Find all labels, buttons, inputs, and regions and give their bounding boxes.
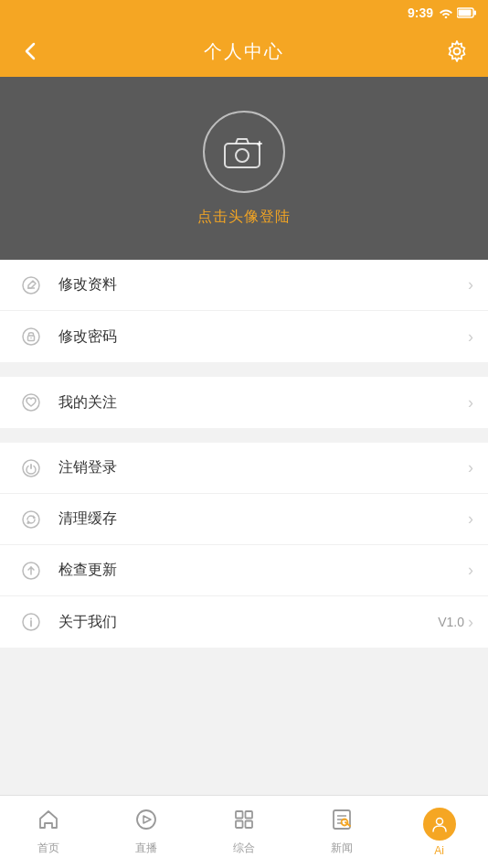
nav-item-live[interactable]: 直播 bbox=[98, 796, 196, 868]
arrow-check-update: › bbox=[468, 561, 473, 580]
menu-item-about-us[interactable]: 关于我们 V1.0 › bbox=[0, 596, 488, 648]
menu-item-check-update[interactable]: 检查更新 › bbox=[0, 545, 488, 596]
arrow-about-us: › bbox=[468, 613, 473, 632]
bottom-spacer bbox=[0, 662, 488, 680]
arrow-change-password: › bbox=[468, 327, 473, 347]
info-icon bbox=[15, 605, 48, 638]
upload-icon bbox=[15, 554, 48, 587]
home-nav-label: 首页 bbox=[37, 841, 59, 856]
nav-item-home[interactable]: 首页 bbox=[0, 796, 98, 868]
change-password-label: 修改密码 bbox=[58, 327, 468, 347]
camera-icon bbox=[223, 134, 265, 169]
about-us-version: V1.0 bbox=[438, 615, 464, 629]
login-prompt: 点击头像登陆 bbox=[197, 208, 291, 227]
svg-rect-24 bbox=[245, 811, 252, 819]
menu-item-clear-cache[interactable]: 清理缓存 › bbox=[0, 494, 488, 545]
gear-icon bbox=[445, 39, 469, 63]
page-title: 个人中心 bbox=[204, 39, 284, 64]
edit-profile-label: 修改资料 bbox=[58, 275, 468, 295]
home-nav-icon bbox=[37, 808, 60, 837]
svg-point-13 bbox=[23, 394, 39, 411]
wifi-icon bbox=[439, 7, 453, 18]
svg-rect-2 bbox=[474, 11, 477, 16]
camera-icon-container bbox=[223, 134, 265, 169]
svg-point-9 bbox=[23, 277, 39, 294]
power-icon bbox=[15, 452, 48, 485]
menu-section-3: 注销登录 › 清理缓存 › bbox=[0, 443, 488, 648]
header: 个人中心 bbox=[0, 26, 488, 77]
svg-point-10 bbox=[23, 328, 39, 345]
about-us-label: 关于我们 bbox=[58, 613, 438, 632]
svg-point-21 bbox=[137, 810, 155, 829]
svg-rect-23 bbox=[236, 811, 243, 819]
main-content: 修改资料 › 修改密码 › bbox=[0, 260, 488, 868]
composite-nav-icon bbox=[232, 808, 256, 837]
battery-icon bbox=[457, 7, 477, 18]
arrow-my-follows: › bbox=[468, 393, 473, 413]
nav-item-personal[interactable]: Ai bbox=[390, 796, 488, 868]
live-nav-label: 直播 bbox=[135, 841, 157, 856]
arrow-clear-cache: › bbox=[468, 509, 473, 529]
back-button[interactable] bbox=[15, 35, 48, 68]
status-time: 9:39 bbox=[408, 5, 433, 20]
news-nav-icon bbox=[330, 808, 354, 837]
nav-item-composite[interactable]: 综合 bbox=[196, 796, 293, 868]
svg-rect-26 bbox=[245, 821, 252, 829]
svg-point-12 bbox=[30, 338, 32, 339]
personal-nav-icon bbox=[423, 808, 456, 841]
news-nav-label: 新闻 bbox=[331, 841, 353, 856]
svg-point-32 bbox=[436, 818, 442, 824]
bottom-nav: 首页 直播 综合 bbox=[0, 795, 488, 868]
menu-item-my-follows[interactable]: 我的关注 › bbox=[0, 377, 488, 428]
gap-2 bbox=[0, 435, 488, 443]
gap-1 bbox=[0, 370, 488, 377]
svg-point-4 bbox=[454, 48, 461, 55]
nav-item-news[interactable]: 新闻 bbox=[292, 796, 390, 868]
back-icon bbox=[20, 40, 42, 62]
svg-point-15 bbox=[23, 511, 39, 528]
svg-rect-25 bbox=[236, 821, 243, 829]
personal-nav-label: Ai bbox=[434, 844, 444, 857]
edit-icon bbox=[15, 269, 48, 302]
personal-avatar bbox=[423, 808, 456, 841]
svg-rect-5 bbox=[225, 144, 260, 167]
status-icons bbox=[439, 7, 477, 18]
clear-cache-label: 清理缓存 bbox=[58, 509, 468, 529]
menu-section-1: 修改资料 › 修改密码 › bbox=[0, 260, 488, 362]
menu-item-logout[interactable]: 注销登录 › bbox=[0, 443, 488, 494]
menu-item-edit-profile[interactable]: 修改资料 › bbox=[0, 260, 488, 311]
svg-point-19 bbox=[30, 618, 32, 620]
check-update-label: 检查更新 bbox=[58, 561, 468, 580]
heart-icon bbox=[15, 386, 48, 419]
arrow-logout: › bbox=[468, 458, 473, 477]
settings-button[interactable] bbox=[440, 35, 473, 68]
svg-point-6 bbox=[236, 149, 249, 162]
arrow-edit-profile: › bbox=[468, 275, 473, 295]
lock-icon bbox=[15, 320, 48, 353]
composite-nav-label: 综合 bbox=[233, 841, 255, 856]
menu-section-2: 我的关注 › bbox=[0, 377, 488, 428]
live-nav-icon bbox=[134, 808, 158, 837]
svg-marker-22 bbox=[143, 816, 151, 823]
my-follows-label: 我的关注 bbox=[58, 393, 468, 413]
gap-3 bbox=[0, 655, 488, 662]
avatar-circle[interactable] bbox=[203, 111, 285, 193]
refresh-icon bbox=[15, 503, 48, 536]
logout-label: 注销登录 bbox=[58, 458, 468, 477]
profile-section[interactable]: 点击头像登陆 bbox=[0, 77, 488, 260]
status-bar: 9:39 bbox=[0, 0, 488, 26]
menu-item-change-password[interactable]: 修改密码 › bbox=[0, 311, 488, 362]
svg-rect-3 bbox=[459, 10, 472, 16]
svg-point-0 bbox=[445, 16, 448, 18]
